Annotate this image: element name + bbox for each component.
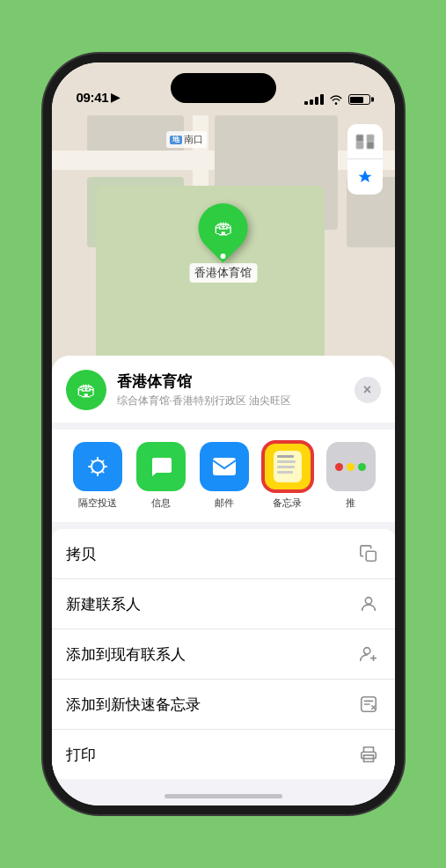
more-label: 推: [346, 497, 355, 510]
more-dot-yellow: [347, 463, 355, 471]
map-type-button[interactable]: [347, 124, 383, 159]
action-print-label: 打印: [66, 745, 96, 765]
action-add-quick-note[interactable]: 添加到新快速备忘录: [52, 680, 395, 730]
svg-rect-3: [367, 142, 374, 149]
pin-dot: [221, 254, 226, 259]
more-dots: [335, 463, 366, 471]
more-dot-red: [335, 463, 343, 471]
action-add-to-contact-label: 添加到现有联系人: [66, 644, 186, 665]
svg-point-8: [363, 648, 369, 654]
notes-line-3: [277, 466, 295, 468]
map-label: 地 南口: [166, 131, 207, 148]
pin-shape: 🏟: [188, 193, 258, 262]
map-label-icon: 地: [170, 136, 182, 144]
venue-pin[interactable]: 🏟 香港体育馆: [189, 203, 257, 283]
svg-rect-6: [366, 551, 376, 561]
action-add-to-contact[interactable]: 添加到现有联系人: [52, 629, 395, 680]
wifi-icon: [329, 94, 343, 105]
notes-line-4: [277, 471, 293, 474]
venue-pin-label: 香港体育馆: [189, 263, 257, 283]
action-copy[interactable]: 拷贝: [52, 529, 395, 579]
pin-icon: 🏟: [214, 217, 233, 239]
svg-rect-1: [367, 135, 374, 142]
share-row: 隔空投送 信息 邮件: [52, 430, 395, 522]
share-item-notes[interactable]: 备忘录: [256, 442, 319, 510]
close-button[interactable]: ×: [355, 377, 381, 403]
venue-icon: 🏟: [66, 370, 106, 410]
new-contact-icon: [356, 592, 381, 616]
messages-icon-wrap: [136, 442, 186, 491]
battery-icon: [348, 94, 370, 105]
venue-subtitle: 综合体育馆·香港特别行政区 油尖旺区: [117, 394, 344, 408]
airdrop-icon-wrap: [73, 442, 122, 491]
notes-label: 备忘录: [273, 497, 302, 510]
notes-line-1: [277, 455, 294, 458]
action-new-contact-label: 新建联系人: [66, 594, 141, 614]
share-item-more[interactable]: 推: [319, 442, 383, 510]
notes-line-2: [277, 460, 296, 463]
sheet-header: 🏟 香港体育馆 综合体育馆·香港特别行政区 油尖旺区 ×: [52, 356, 395, 423]
location-button[interactable]: [347, 159, 383, 195]
add-to-contact-icon: [356, 642, 381, 666]
quick-note-icon: [356, 692, 381, 717]
share-item-mail[interactable]: 邮件: [193, 442, 256, 510]
notes-lines: [274, 451, 302, 482]
svg-rect-5: [213, 458, 236, 475]
airdrop-label: 隔空投送: [78, 497, 117, 510]
svg-rect-0: [356, 135, 363, 142]
phone-frame: 09:41 ▶ 地 南口: [52, 63, 395, 805]
more-dot-green: [358, 463, 366, 471]
signal-icon: [304, 94, 324, 105]
notes-icon-wrap: [263, 442, 312, 491]
action-copy-label: 拷贝: [66, 544, 96, 564]
share-item-messages[interactable]: 信息: [129, 442, 193, 510]
mail-icon-wrap: [200, 442, 249, 491]
dynamic-island: [171, 73, 276, 103]
mail-label: 邮件: [215, 497, 234, 510]
home-indicator: [165, 794, 282, 798]
print-icon: [356, 742, 381, 767]
action-print[interactable]: 打印: [52, 730, 395, 779]
venue-name: 香港体育馆: [117, 371, 344, 392]
bottom-sheet: 🏟 香港体育馆 综合体育馆·香港特别行政区 油尖旺区 × 隔空投送: [52, 356, 395, 805]
copy-icon: [356, 541, 381, 566]
action-new-contact[interactable]: 新建联系人: [52, 579, 395, 629]
svg-rect-2: [356, 142, 363, 149]
status-time: 09:41: [77, 90, 109, 105]
more-icon-wrap: [326, 442, 376, 491]
action-list: 拷贝 新建联系人 添: [52, 529, 395, 779]
venue-info: 香港体育馆 综合体育馆·香港特别行政区 油尖旺区: [117, 371, 344, 408]
status-right-icons: [304, 94, 370, 105]
messages-label: 信息: [151, 497, 171, 510]
map-label-text: 南口: [184, 133, 203, 146]
action-add-quick-note-label: 添加到新快速备忘录: [66, 695, 201, 715]
map-controls: [347, 124, 383, 195]
svg-point-7: [365, 598, 371, 604]
navigation-arrow: ▶: [111, 91, 120, 104]
share-item-airdrop[interactable]: 隔空投送: [66, 442, 129, 510]
